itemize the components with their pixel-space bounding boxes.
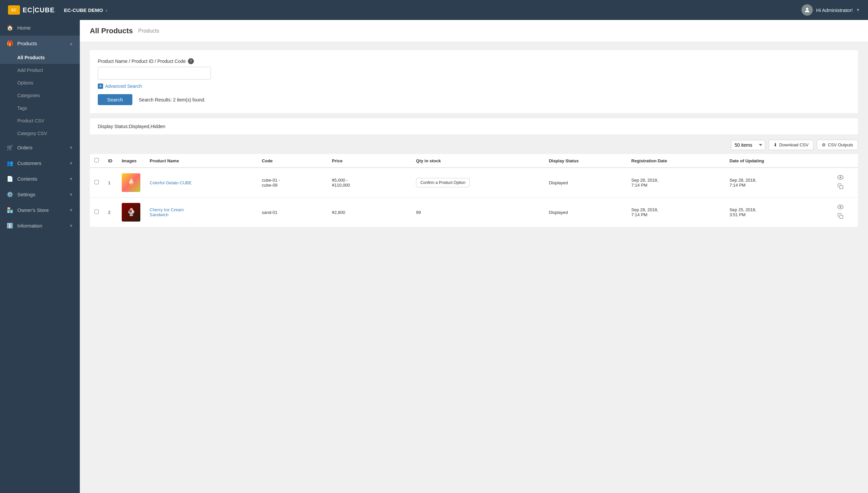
sidebar-subitem-product-csv[interactable]: Product CSV bbox=[0, 114, 80, 127]
row2-update-date-cell: Sep 25, 2018,3:51 PM bbox=[725, 198, 823, 227]
search-results-text: Search Results: 2 item(s) found. bbox=[139, 97, 205, 103]
col-header-code: Code bbox=[257, 154, 327, 168]
nav-breadcrumb-label[interactable]: EC-CUBE DEMO bbox=[64, 7, 103, 13]
information-arrow: ▼ bbox=[69, 223, 73, 228]
help-icon[interactable]: ? bbox=[188, 58, 194, 64]
page-breadcrumb: Products bbox=[138, 28, 159, 34]
row1-view-icon[interactable] bbox=[837, 174, 844, 181]
col-header-price: Price bbox=[327, 154, 411, 168]
sidebar-subitem-tags[interactable]: Tags bbox=[0, 102, 80, 114]
row1-product-link[interactable]: Colorful Gelato CUBE bbox=[150, 180, 192, 185]
all-products-label: All Products bbox=[17, 55, 45, 60]
sidebar-subitem-categories[interactable]: Categories bbox=[0, 89, 80, 102]
row1-qty-cell: Confirm a Product Option bbox=[411, 168, 544, 198]
breadcrumb-nav: EC-CUBE DEMO › bbox=[64, 7, 107, 13]
content-area: Product Name / Product ID / Product Code… bbox=[80, 42, 868, 235]
page-title: All Products bbox=[90, 27, 133, 35]
sidebar-item-orders[interactable]: 🛒 Orders ▼ bbox=[0, 140, 80, 155]
products-arrow: ▲ bbox=[69, 41, 73, 46]
contents-icon: 📄 bbox=[7, 176, 13, 182]
download-icon: ⬇ bbox=[774, 142, 777, 147]
col-header-display-status: Display Status bbox=[544, 154, 627, 168]
download-csv-button[interactable]: ⬇ Download CSV bbox=[769, 140, 814, 150]
search-input[interactable] bbox=[98, 67, 211, 80]
sidebar-item-products[interactable]: 🎁 Products ▲ bbox=[0, 36, 80, 51]
sidebar-subitem-category-csv[interactable]: Category CSV bbox=[0, 127, 80, 140]
items-per-page-select[interactable]: 50 items 10 items 20 items 100 items bbox=[731, 140, 765, 150]
search-label: Product Name / Product ID / Product Code… bbox=[98, 58, 850, 64]
logo-text: ECCUBE. bbox=[23, 6, 56, 14]
customers-icon: 👥 bbox=[7, 160, 13, 166]
csv-outputs-button[interactable]: ⚙ CSV Outputs bbox=[817, 140, 858, 150]
settings-icon: ⚙️ bbox=[7, 191, 13, 198]
row2-name-cell: Cherry Ice CreamSandwich bbox=[145, 198, 257, 227]
row1-copy-icon[interactable] bbox=[838, 183, 843, 191]
row2-checkbox-cell bbox=[90, 198, 104, 227]
table-controls: 50 items 10 items 20 items 100 items ⬇ D… bbox=[90, 140, 858, 150]
customers-arrow: ▼ bbox=[69, 161, 73, 166]
col-header-qty: Qty in stock bbox=[411, 154, 544, 168]
logo[interactable]: EC ECCUBE. bbox=[8, 5, 56, 15]
sidebar-subitem-options[interactable]: Options bbox=[0, 77, 80, 89]
filter-label: Display Status: bbox=[98, 124, 129, 129]
table-row: 1 🍦 Colorful Gelato CUBE cube-01 -cube-0… bbox=[90, 168, 858, 198]
categories-label: Categories bbox=[17, 93, 40, 98]
options-label: Options bbox=[17, 80, 33, 85]
row2-product-link[interactable]: Cherry Ice CreamSandwich bbox=[150, 207, 184, 217]
row1-id: 1 bbox=[104, 168, 117, 198]
product-table: ID Images Product Name Code Price Qty in… bbox=[90, 154, 858, 227]
row2-id: 2 bbox=[104, 198, 117, 227]
sidebar-item-orders-label: Orders bbox=[17, 145, 65, 150]
svg-point-0 bbox=[806, 8, 808, 10]
sidebar-item-settings-label: Settings bbox=[17, 192, 65, 197]
advanced-search-toggle[interactable]: + Advanced Search bbox=[98, 84, 850, 89]
row2-view-icon[interactable] bbox=[837, 204, 844, 211]
row2-status-cell: Displayed bbox=[544, 198, 627, 227]
row2-copy-icon[interactable] bbox=[838, 213, 843, 220]
sidebar-item-home[interactable]: 🏠 Home bbox=[0, 20, 80, 36]
contents-arrow: ▼ bbox=[69, 177, 73, 181]
col-header-images: Images bbox=[117, 154, 145, 168]
row2-qty-cell: 99 bbox=[411, 198, 544, 227]
sidebar-subitem-all-products[interactable]: All Products bbox=[0, 51, 80, 64]
top-nav-left: EC ECCUBE. EC-CUBE DEMO › bbox=[8, 5, 107, 15]
product-csv-label: Product CSV bbox=[17, 118, 44, 123]
sidebar-item-products-label: Products bbox=[17, 41, 65, 46]
col-header-actions bbox=[823, 154, 858, 168]
col-header-date-updating: Date of Updating bbox=[725, 154, 823, 168]
row2-product-image: 🍨 bbox=[122, 203, 140, 221]
sidebar-item-owners-store[interactable]: 🏪 Owner's Store ▼ bbox=[0, 202, 80, 218]
sidebar-subitem-add-product[interactable]: Add Product bbox=[0, 64, 80, 77]
row2-actions-cell bbox=[823, 198, 858, 227]
row2-code-cell: sand-01 bbox=[257, 198, 327, 227]
svg-rect-6 bbox=[840, 215, 843, 218]
owners-store-icon: 🏪 bbox=[7, 207, 13, 213]
add-product-label: Add Product bbox=[17, 67, 43, 73]
filter-value: Displayed,Hidden bbox=[129, 124, 165, 129]
information-icon: ℹ️ bbox=[7, 222, 13, 229]
row1-product-image: 🍦 bbox=[122, 173, 140, 192]
logo-icon: EC bbox=[8, 5, 20, 15]
sidebar-item-information[interactable]: ℹ️ Information ▼ bbox=[0, 218, 80, 234]
admin-dropdown-chevron[interactable]: ▼ bbox=[856, 8, 860, 12]
page-header: All Products Products bbox=[80, 20, 868, 42]
settings-arrow: ▼ bbox=[69, 192, 73, 197]
sidebar: 🏠 Home 🎁 Products ▲ All Products Add Pro… bbox=[0, 20, 80, 493]
row2-reg-date-cell: Sep 28, 2018,7:14 PM bbox=[627, 198, 725, 227]
plus-icon: + bbox=[98, 84, 103, 89]
sidebar-item-settings[interactable]: ⚙️ Settings ▼ bbox=[0, 187, 80, 202]
svg-rect-3 bbox=[840, 186, 843, 189]
sidebar-item-contents[interactable]: 📄 Contents ▼ bbox=[0, 171, 80, 187]
search-button[interactable]: Search bbox=[98, 94, 132, 105]
top-nav-right: Hi Administrator! ▼ bbox=[801, 4, 860, 16]
row1-checkbox[interactable] bbox=[94, 180, 99, 184]
owners-store-arrow: ▼ bbox=[69, 208, 73, 213]
sidebar-item-information-label: Information bbox=[17, 223, 65, 229]
admin-label[interactable]: Hi Administrator! bbox=[816, 7, 853, 13]
sidebar-item-customers[interactable]: 👥 Customers ▼ bbox=[0, 155, 80, 171]
confirm-product-option-button[interactable]: Confirm a Product Option bbox=[416, 178, 470, 187]
select-all-checkbox[interactable] bbox=[94, 158, 99, 162]
main-content: All Products Products Product Name / Pro… bbox=[80, 20, 868, 493]
row2-checkbox[interactable] bbox=[94, 210, 99, 214]
row1-image-cell: 🍦 bbox=[117, 168, 145, 198]
